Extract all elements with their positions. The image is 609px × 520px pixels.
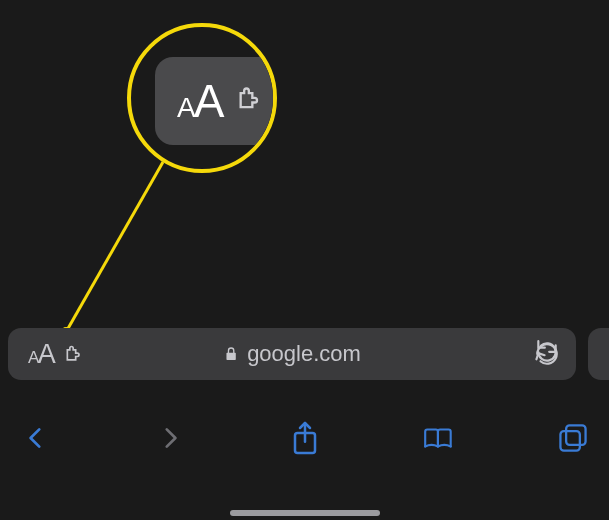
large-a-icon: A [38, 339, 55, 370]
svg-rect-5 [560, 431, 579, 450]
address-bar[interactable]: AA google.com [8, 328, 576, 380]
svg-line-0 [66, 162, 163, 332]
small-a-icon: A [177, 92, 194, 124]
callout-circle: AA [127, 23, 277, 173]
next-tab-peek[interactable] [588, 328, 609, 380]
small-a-icon: A [28, 348, 38, 368]
large-a-icon: A [194, 74, 223, 128]
bottom-toolbar [0, 408, 609, 468]
reload-icon[interactable] [534, 339, 560, 369]
extensions-icon-magnified [236, 85, 264, 117]
lock-icon [223, 345, 239, 363]
home-indicator[interactable] [230, 510, 380, 516]
share-button[interactable] [275, 420, 335, 456]
text-size-icon-magnified: AA [177, 74, 222, 128]
forward-button[interactable] [140, 421, 200, 455]
bookmarks-button[interactable] [409, 423, 469, 453]
url-display[interactable]: google.com [223, 341, 361, 367]
extensions-icon[interactable] [64, 344, 84, 364]
callout-addressbar-fragment: AA [155, 57, 277, 145]
text-size-button[interactable]: AA [28, 339, 54, 370]
svg-rect-4 [566, 425, 585, 444]
back-button[interactable] [6, 421, 66, 455]
url-text: google.com [247, 341, 361, 367]
tabs-button[interactable] [543, 422, 603, 454]
